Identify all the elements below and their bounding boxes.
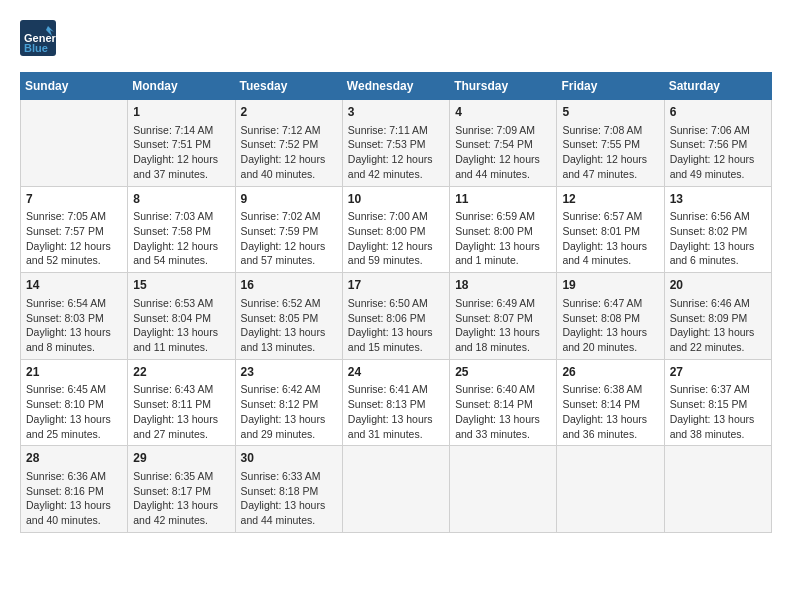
calendar-cell: 11Sunrise: 6:59 AM Sunset: 8:00 PM Dayli… bbox=[450, 186, 557, 273]
calendar-cell: 12Sunrise: 6:57 AM Sunset: 8:01 PM Dayli… bbox=[557, 186, 664, 273]
calendar-cell: 20Sunrise: 6:46 AM Sunset: 8:09 PM Dayli… bbox=[664, 273, 771, 360]
calendar-cell: 28Sunrise: 6:36 AM Sunset: 8:16 PM Dayli… bbox=[21, 446, 128, 533]
calendar-cell: 22Sunrise: 6:43 AM Sunset: 8:11 PM Dayli… bbox=[128, 359, 235, 446]
day-number: 11 bbox=[455, 191, 551, 208]
calendar-cell bbox=[342, 446, 449, 533]
svg-text:Blue: Blue bbox=[24, 42, 48, 54]
day-info: Sunrise: 6:54 AM Sunset: 8:03 PM Dayligh… bbox=[26, 296, 122, 355]
day-info: Sunrise: 7:06 AM Sunset: 7:56 PM Dayligh… bbox=[670, 123, 766, 182]
calendar-header-cell: Wednesday bbox=[342, 73, 449, 100]
calendar-body: 1Sunrise: 7:14 AM Sunset: 7:51 PM Daylig… bbox=[21, 100, 772, 533]
calendar-cell: 14Sunrise: 6:54 AM Sunset: 8:03 PM Dayli… bbox=[21, 273, 128, 360]
day-number: 20 bbox=[670, 277, 766, 294]
day-number: 29 bbox=[133, 450, 229, 467]
calendar-cell bbox=[450, 446, 557, 533]
calendar-row: 14Sunrise: 6:54 AM Sunset: 8:03 PM Dayli… bbox=[21, 273, 772, 360]
day-number: 27 bbox=[670, 364, 766, 381]
day-info: Sunrise: 6:43 AM Sunset: 8:11 PM Dayligh… bbox=[133, 382, 229, 441]
day-number: 10 bbox=[348, 191, 444, 208]
calendar-cell: 1Sunrise: 7:14 AM Sunset: 7:51 PM Daylig… bbox=[128, 100, 235, 187]
day-number: 26 bbox=[562, 364, 658, 381]
day-info: Sunrise: 7:09 AM Sunset: 7:54 PM Dayligh… bbox=[455, 123, 551, 182]
calendar-cell: 3Sunrise: 7:11 AM Sunset: 7:53 PM Daylig… bbox=[342, 100, 449, 187]
calendar-header-cell: Sunday bbox=[21, 73, 128, 100]
calendar-cell: 18Sunrise: 6:49 AM Sunset: 8:07 PM Dayli… bbox=[450, 273, 557, 360]
calendar-cell: 6Sunrise: 7:06 AM Sunset: 7:56 PM Daylig… bbox=[664, 100, 771, 187]
day-number: 22 bbox=[133, 364, 229, 381]
day-number: 23 bbox=[241, 364, 337, 381]
calendar-cell: 10Sunrise: 7:00 AM Sunset: 8:00 PM Dayli… bbox=[342, 186, 449, 273]
calendar-table: SundayMondayTuesdayWednesdayThursdayFrid… bbox=[20, 72, 772, 533]
day-number: 3 bbox=[348, 104, 444, 121]
calendar-cell: 8Sunrise: 7:03 AM Sunset: 7:58 PM Daylig… bbox=[128, 186, 235, 273]
calendar-cell: 19Sunrise: 6:47 AM Sunset: 8:08 PM Dayli… bbox=[557, 273, 664, 360]
day-info: Sunrise: 6:45 AM Sunset: 8:10 PM Dayligh… bbox=[26, 382, 122, 441]
calendar-cell: 29Sunrise: 6:35 AM Sunset: 8:17 PM Dayli… bbox=[128, 446, 235, 533]
day-info: Sunrise: 7:08 AM Sunset: 7:55 PM Dayligh… bbox=[562, 123, 658, 182]
day-info: Sunrise: 6:37 AM Sunset: 8:15 PM Dayligh… bbox=[670, 382, 766, 441]
day-info: Sunrise: 7:03 AM Sunset: 7:58 PM Dayligh… bbox=[133, 209, 229, 268]
day-info: Sunrise: 6:33 AM Sunset: 8:18 PM Dayligh… bbox=[241, 469, 337, 528]
calendar-header-cell: Tuesday bbox=[235, 73, 342, 100]
day-info: Sunrise: 6:59 AM Sunset: 8:00 PM Dayligh… bbox=[455, 209, 551, 268]
day-info: Sunrise: 7:02 AM Sunset: 7:59 PM Dayligh… bbox=[241, 209, 337, 268]
day-number: 21 bbox=[26, 364, 122, 381]
calendar-header-cell: Monday bbox=[128, 73, 235, 100]
calendar-row: 1Sunrise: 7:14 AM Sunset: 7:51 PM Daylig… bbox=[21, 100, 772, 187]
calendar-cell: 25Sunrise: 6:40 AM Sunset: 8:14 PM Dayli… bbox=[450, 359, 557, 446]
day-number: 7 bbox=[26, 191, 122, 208]
page-header: General Blue bbox=[20, 20, 772, 56]
calendar-cell bbox=[557, 446, 664, 533]
calendar-cell: 15Sunrise: 6:53 AM Sunset: 8:04 PM Dayli… bbox=[128, 273, 235, 360]
day-info: Sunrise: 7:05 AM Sunset: 7:57 PM Dayligh… bbox=[26, 209, 122, 268]
day-info: Sunrise: 6:56 AM Sunset: 8:02 PM Dayligh… bbox=[670, 209, 766, 268]
day-number: 12 bbox=[562, 191, 658, 208]
calendar-cell: 27Sunrise: 6:37 AM Sunset: 8:15 PM Dayli… bbox=[664, 359, 771, 446]
day-info: Sunrise: 6:46 AM Sunset: 8:09 PM Dayligh… bbox=[670, 296, 766, 355]
day-number: 2 bbox=[241, 104, 337, 121]
day-info: Sunrise: 6:41 AM Sunset: 8:13 PM Dayligh… bbox=[348, 382, 444, 441]
calendar-cell: 4Sunrise: 7:09 AM Sunset: 7:54 PM Daylig… bbox=[450, 100, 557, 187]
calendar-cell bbox=[664, 446, 771, 533]
calendar-header-cell: Friday bbox=[557, 73, 664, 100]
calendar-cell bbox=[21, 100, 128, 187]
calendar-cell: 16Sunrise: 6:52 AM Sunset: 8:05 PM Dayli… bbox=[235, 273, 342, 360]
day-number: 6 bbox=[670, 104, 766, 121]
calendar-cell: 9Sunrise: 7:02 AM Sunset: 7:59 PM Daylig… bbox=[235, 186, 342, 273]
day-info: Sunrise: 6:42 AM Sunset: 8:12 PM Dayligh… bbox=[241, 382, 337, 441]
calendar-cell: 21Sunrise: 6:45 AM Sunset: 8:10 PM Dayli… bbox=[21, 359, 128, 446]
calendar-cell: 13Sunrise: 6:56 AM Sunset: 8:02 PM Dayli… bbox=[664, 186, 771, 273]
calendar-header-cell: Saturday bbox=[664, 73, 771, 100]
day-info: Sunrise: 6:38 AM Sunset: 8:14 PM Dayligh… bbox=[562, 382, 658, 441]
day-number: 14 bbox=[26, 277, 122, 294]
day-number: 15 bbox=[133, 277, 229, 294]
calendar-header-row: SundayMondayTuesdayWednesdayThursdayFrid… bbox=[21, 73, 772, 100]
calendar-cell: 7Sunrise: 7:05 AM Sunset: 7:57 PM Daylig… bbox=[21, 186, 128, 273]
calendar-row: 21Sunrise: 6:45 AM Sunset: 8:10 PM Dayli… bbox=[21, 359, 772, 446]
day-info: Sunrise: 7:14 AM Sunset: 7:51 PM Dayligh… bbox=[133, 123, 229, 182]
calendar-header-cell: Thursday bbox=[450, 73, 557, 100]
day-info: Sunrise: 6:40 AM Sunset: 8:14 PM Dayligh… bbox=[455, 382, 551, 441]
day-number: 13 bbox=[670, 191, 766, 208]
day-number: 8 bbox=[133, 191, 229, 208]
day-info: Sunrise: 6:47 AM Sunset: 8:08 PM Dayligh… bbox=[562, 296, 658, 355]
day-info: Sunrise: 6:50 AM Sunset: 8:06 PM Dayligh… bbox=[348, 296, 444, 355]
calendar-cell: 26Sunrise: 6:38 AM Sunset: 8:14 PM Dayli… bbox=[557, 359, 664, 446]
calendar-cell: 24Sunrise: 6:41 AM Sunset: 8:13 PM Dayli… bbox=[342, 359, 449, 446]
day-number: 30 bbox=[241, 450, 337, 467]
day-info: Sunrise: 6:49 AM Sunset: 8:07 PM Dayligh… bbox=[455, 296, 551, 355]
day-info: Sunrise: 6:57 AM Sunset: 8:01 PM Dayligh… bbox=[562, 209, 658, 268]
day-number: 19 bbox=[562, 277, 658, 294]
calendar-row: 7Sunrise: 7:05 AM Sunset: 7:57 PM Daylig… bbox=[21, 186, 772, 273]
day-info: Sunrise: 6:52 AM Sunset: 8:05 PM Dayligh… bbox=[241, 296, 337, 355]
calendar-cell: 23Sunrise: 6:42 AM Sunset: 8:12 PM Dayli… bbox=[235, 359, 342, 446]
day-number: 24 bbox=[348, 364, 444, 381]
day-number: 4 bbox=[455, 104, 551, 121]
day-number: 5 bbox=[562, 104, 658, 121]
day-number: 28 bbox=[26, 450, 122, 467]
day-number: 9 bbox=[241, 191, 337, 208]
day-info: Sunrise: 6:53 AM Sunset: 8:04 PM Dayligh… bbox=[133, 296, 229, 355]
calendar-cell: 5Sunrise: 7:08 AM Sunset: 7:55 PM Daylig… bbox=[557, 100, 664, 187]
day-number: 1 bbox=[133, 104, 229, 121]
day-info: Sunrise: 6:36 AM Sunset: 8:16 PM Dayligh… bbox=[26, 469, 122, 528]
